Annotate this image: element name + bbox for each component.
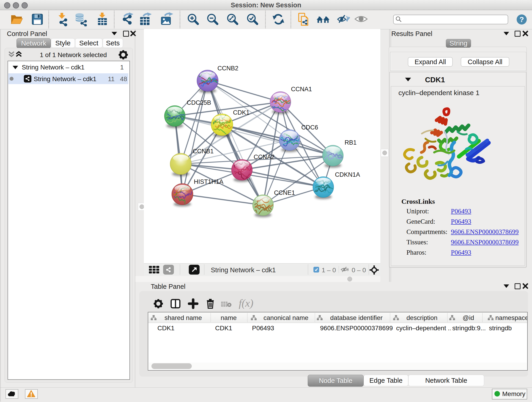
- svg-text:CCNE1: CCNE1: [274, 189, 295, 196]
- svg-text:CDC25B: CDC25B: [187, 99, 211, 106]
- svg-text:CCNB2: CCNB2: [217, 65, 239, 72]
- svg-text:CCNB1: CCNB1: [193, 148, 214, 155]
- svg-text:CCNA2: CCNA2: [254, 153, 275, 160]
- svg-text:CDC6: CDC6: [301, 124, 318, 131]
- svg-text:HIST1H1A: HIST1H1A: [194, 178, 223, 185]
- svg-text:CCNA1: CCNA1: [291, 86, 312, 93]
- svg-text:RB1: RB1: [345, 139, 357, 146]
- svg-text:CDK1: CDK1: [233, 109, 249, 116]
- svg-text:CDKN1A: CDKN1A: [335, 171, 360, 178]
